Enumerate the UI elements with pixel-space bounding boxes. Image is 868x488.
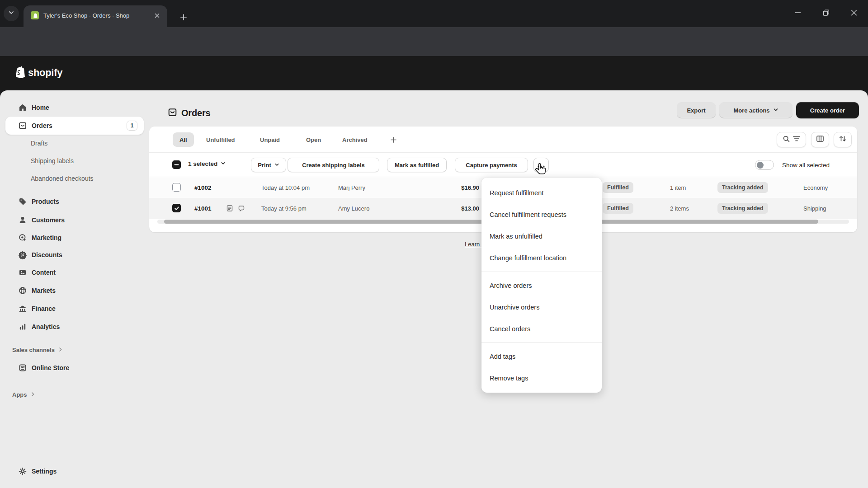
sidebar-item-discounts[interactable]: Discounts <box>5 246 144 264</box>
columns-button[interactable] <box>811 132 829 147</box>
browser-tab[interactable]: Tyler's Eco Shop · Orders · Shop <box>24 5 167 27</box>
sidebar-item-label: Finance <box>32 305 56 312</box>
orders-count-badge: 1 <box>127 121 137 131</box>
products-tag-icon <box>18 197 27 206</box>
minimize-button[interactable] <box>784 0 812 25</box>
mark-as-fulfilled-label: Mark as fulfilled <box>395 162 439 169</box>
export-label: Export <box>687 107 705 114</box>
menu-item-change-fulfillment-location[interactable]: Change fulfillment location <box>481 247 602 269</box>
sales-channels-label: Sales channels <box>12 347 55 353</box>
export-button[interactable]: Export <box>677 102 716 118</box>
sort-icon <box>839 135 847 145</box>
sidebar-item-finance[interactable]: Finance <box>5 300 144 318</box>
sidebar-item-shipping-labels[interactable]: Shipping labels <box>5 152 144 170</box>
sidebar-item-marketing[interactable]: Marketing <box>5 229 144 247</box>
sidebar-item-settings[interactable]: Settings <box>5 462 144 480</box>
tab-archived[interactable]: Archived <box>342 132 368 147</box>
tab-label: Open <box>306 136 321 143</box>
menu-item-unarchive-orders[interactable]: Unarchive orders <box>481 296 602 318</box>
chevron-down-icon <box>773 107 778 114</box>
chevron-down-icon <box>274 162 279 169</box>
order-date: Today at 10:04 pm <box>261 184 310 191</box>
sidebar-item-content[interactable]: Content <box>5 263 144 282</box>
more-actions-button[interactable]: More actions <box>719 102 793 118</box>
create-order-button[interactable]: Create order <box>796 102 859 118</box>
tracking-status-badge: Tracking added <box>717 203 768 214</box>
search-icon <box>783 135 790 145</box>
close-window-button[interactable] <box>840 0 868 25</box>
tab-open[interactable]: Open <box>306 132 321 147</box>
row-checkbox[interactable] <box>172 183 181 192</box>
menu-item-cancel-orders[interactable]: Cancel orders <box>481 318 602 340</box>
note-icon <box>226 205 233 214</box>
tab-close-icon[interactable] <box>152 10 162 20</box>
add-view-button[interactable] <box>390 132 397 147</box>
tab-unpaid[interactable]: Unpaid <box>260 132 280 147</box>
selected-count-dropdown[interactable]: 1 selected <box>188 160 226 167</box>
sort-button[interactable] <box>834 132 852 147</box>
sidebar-item-label: Customers <box>32 216 65 224</box>
menu-item-remove-tags[interactable]: Remove tags <box>481 367 602 389</box>
menu-item-add-tags[interactable]: Add tags <box>481 346 602 367</box>
shopify-logo[interactable]: shopify <box>14 65 62 80</box>
print-button[interactable]: Print <box>251 158 286 172</box>
restore-button[interactable] <box>812 0 840 25</box>
menu-item-cancel-fulfillment-requests[interactable]: Cancel fulfillment requests <box>481 204 602 225</box>
sidebar-item-label: Content <box>32 269 56 276</box>
mark-as-fulfilled-button[interactable]: Mark as fulfilled <box>387 158 447 172</box>
order-items-count: 1 item <box>670 184 686 191</box>
sidebar-item-drafts[interactable]: Drafts <box>5 134 144 152</box>
menu-item-request-fulfillment[interactable]: Request fulfillment <box>481 182 602 204</box>
new-tab-button[interactable] <box>177 11 190 23</box>
menu-item-archive-orders[interactable]: Archive orders <box>481 275 602 296</box>
create-shipping-labels-label: Create shipping labels <box>302 162 365 169</box>
order-customer: Amy Lucero <box>338 205 369 212</box>
sidebar-item-label: Orders <box>32 122 52 129</box>
sidebar-item-markets[interactable]: Markets <box>5 282 144 300</box>
tab-label: All <box>179 136 187 143</box>
hand-cursor <box>534 163 548 180</box>
order-number[interactable]: #1001 <box>194 205 212 212</box>
sidebar-item-label: Drafts <box>31 140 47 147</box>
capture-payments-button[interactable]: Capture payments <box>455 158 528 172</box>
create-shipping-labels-button[interactable]: Create shipping labels <box>288 158 379 172</box>
sidebar-item-products[interactable]: Products <box>5 192 144 211</box>
sidebar-section-apps[interactable]: Apps <box>12 389 35 400</box>
order-annotations <box>226 205 245 214</box>
bulk-actions-bar: 1 selected Print Create shipping labels … <box>149 153 857 177</box>
menu-item-mark-as-unfulfilled[interactable]: Mark as unfulfilled <box>481 225 602 247</box>
sidebar-item-abandoned-checkouts[interactable]: Abandoned checkouts <box>5 169 144 188</box>
orders-icon <box>18 121 27 130</box>
sidebar-section-sales-channels[interactable]: Sales channels <box>12 344 63 355</box>
tab-all[interactable]: All <box>173 132 194 147</box>
create-order-label: Create order <box>810 107 845 114</box>
sidebar-item-online-store[interactable]: Online Store <box>5 359 144 377</box>
sidebar-item-analytics[interactable]: Analytics <box>5 318 144 336</box>
shopify-wordmark: shopify <box>28 67 62 79</box>
filter-icon <box>793 136 800 144</box>
toggle-knob <box>757 162 764 169</box>
tab-label: Unpaid <box>260 136 280 143</box>
discounts-icon <box>18 250 27 259</box>
shopify-topbar: shopify #D2 CTRL K 1 TES Tyler' <box>0 56 868 90</box>
chevron-right-icon <box>30 391 35 398</box>
home-icon <box>18 103 27 112</box>
order-number[interactable]: #1002 <box>194 184 212 191</box>
search-filter-button[interactable] <box>777 132 806 147</box>
chevron-right-icon <box>58 347 63 353</box>
sidebar: Home Orders 1 Drafts Shipping labels Aba… <box>0 90 149 488</box>
tab-search-button[interactable] <box>4 6 19 21</box>
row-checkbox[interactable] <box>172 204 181 212</box>
show-all-selected-toggle[interactable] <box>755 160 774 170</box>
sidebar-item-customers[interactable]: Customers <box>5 211 144 229</box>
chevron-down-icon <box>8 9 14 18</box>
select-all-checkbox[interactable] <box>172 160 181 169</box>
delivery-method: Economy <box>803 184 828 191</box>
print-label: Print <box>258 162 271 169</box>
show-all-selected-label: Show all selected <box>782 162 830 169</box>
chevron-down-icon <box>221 160 226 167</box>
tab-unfulfilled[interactable]: Unfulfilled <box>206 132 235 147</box>
sidebar-item-home[interactable]: Home <box>5 99 144 117</box>
order-items-count: 2 items <box>670 205 689 212</box>
sidebar-item-orders[interactable]: Orders 1 <box>5 117 144 135</box>
